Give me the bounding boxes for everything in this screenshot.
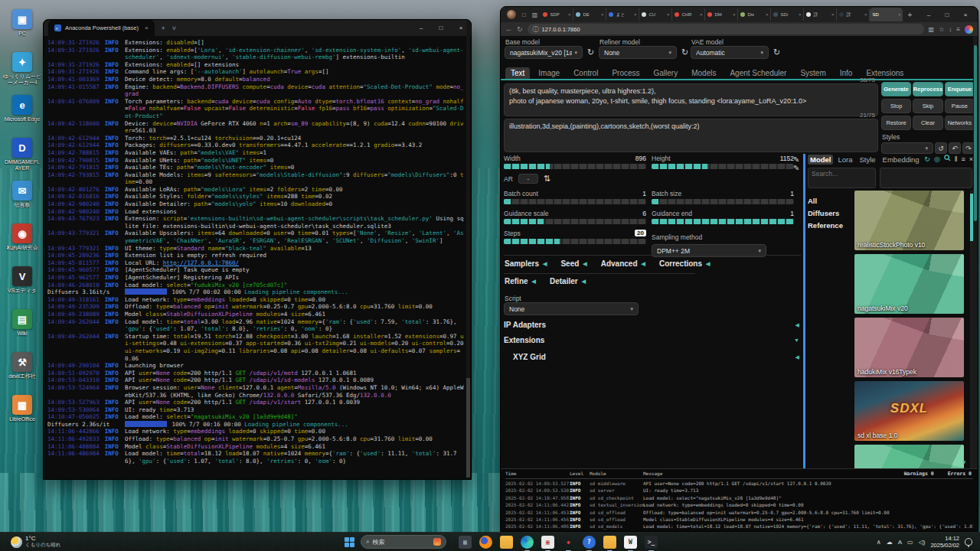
model-select[interactable]: Automatic▾ bbox=[691, 46, 769, 59]
new-tab-button[interactable]: + bbox=[907, 11, 912, 19]
accordion-refine[interactable]: Refine◀ bbox=[505, 277, 536, 285]
terminal-tab-close-icon[interactable]: × bbox=[145, 24, 149, 31]
batch-size-slider[interactable] bbox=[652, 199, 794, 204]
address-bar[interactable]: ⓘ 127.0.0.1:7860 bbox=[528, 24, 924, 34]
terminal-maximize-button[interactable]: □ bbox=[431, 24, 451, 31]
terminal-tab[interactable]: >_ Anaconda Powershell (base) × bbox=[48, 20, 155, 36]
accordion-corrections[interactable]: Corrections◀ bbox=[659, 259, 710, 268]
swap-dimensions-icon[interactable]: ⇅ bbox=[544, 174, 550, 184]
model-card-1[interactable]: realisticStockPhoto v10 bbox=[854, 191, 964, 250]
tab-image[interactable]: Image bbox=[533, 67, 565, 79]
terminal-tab-dropdown-icon[interactable]: ˅ bbox=[172, 24, 176, 32]
styles-apply-button[interactable]: ↶ bbox=[949, 142, 961, 154]
desktop-icon-10[interactable]: ▦LibreOffice bbox=[3, 395, 41, 422]
networks-search-icon[interactable] bbox=[944, 155, 951, 163]
terminal-new-tab-button[interactable]: + bbox=[162, 24, 165, 32]
networks-filter-all[interactable]: All bbox=[808, 195, 852, 207]
workspaces-icon[interactable]: ▥ bbox=[532, 11, 538, 18]
desktop-icon-3[interactable]: eMicrosoft Edge bbox=[3, 95, 41, 122]
terminal-output[interactable]: 14:09:31-271926INFOExtensions: disabled=… bbox=[44, 36, 471, 479]
networks-more-icon[interactable]: ▼ bbox=[961, 459, 967, 466]
section-extensions[interactable]: Extensions▼ bbox=[504, 336, 802, 344]
accordion-samplers[interactable]: Samplers◀ bbox=[505, 259, 547, 268]
browser-tab-2[interactable]: DE× bbox=[573, 8, 606, 21]
page-scrollbar-thumb[interactable] bbox=[974, 45, 977, 221]
tab-close-icon[interactable]: × bbox=[568, 12, 571, 17]
taskbar-photos-app-icon[interactable]: ▦ bbox=[459, 536, 472, 549]
browser-tab-5[interactable]: CHR× bbox=[672, 8, 705, 21]
model-select[interactable]: nagatsukiMix_v20 [1a3d9e9d▾ bbox=[505, 46, 583, 59]
terminal-minimize-button[interactable]: – bbox=[411, 24, 431, 31]
model-card-5[interactable] bbox=[854, 445, 964, 471]
prompt-input[interactable]: (8k, best quality, masterpiece, ultra hi… bbox=[504, 83, 878, 116]
desktop-icon-9[interactable]: ⚒devil工作社 bbox=[3, 352, 41, 380]
browser-minimize-button[interactable]: – bbox=[920, 11, 938, 18]
script-select[interactable]: None ▾ bbox=[504, 302, 639, 315]
tab-text[interactable]: Text bbox=[505, 67, 530, 79]
networks-search-input[interactable]: Search... bbox=[808, 168, 876, 188]
taskbar-clock[interactable]: 14:12 2025/02/02 bbox=[930, 535, 959, 549]
restore-button[interactable]: Restore bbox=[881, 116, 911, 130]
pause-button[interactable]: Pause bbox=[945, 99, 975, 113]
tab-system[interactable]: System bbox=[795, 67, 831, 79]
width-slider[interactable] bbox=[504, 164, 646, 169]
desktop-icon-1[interactable]: ▣PC bbox=[3, 9, 41, 37]
networks-button[interactable]: Networks bbox=[945, 116, 975, 130]
model-refresh-icon[interactable]: ↻ bbox=[587, 47, 594, 57]
model-select[interactable]: None▾ bbox=[599, 46, 677, 59]
networks-filter-reference[interactable]: Reference bbox=[808, 220, 852, 232]
reprocess-button[interactable]: Reprocess bbox=[913, 82, 943, 96]
networks-view-icon[interactable]: ≡ bbox=[961, 155, 965, 163]
terminal-titlebar[interactable]: >_ Anaconda Powershell (base) × + ˅ – □ … bbox=[44, 20, 471, 36]
taskbar-red-diamond-app-icon[interactable]: ◆ bbox=[562, 536, 575, 549]
browser-tab-9[interactable]: 詳× bbox=[804, 8, 837, 21]
browser-close-button[interactable]: × bbox=[956, 11, 975, 18]
notification-bell-icon[interactable] bbox=[965, 538, 972, 546]
browser-tab-4[interactable]: CU× bbox=[639, 8, 672, 21]
styles-select[interactable]: ▾ bbox=[881, 142, 933, 154]
accordion-detailer[interactable]: Detailer◀ bbox=[550, 277, 586, 285]
steps-slider[interactable] bbox=[504, 239, 646, 244]
section-ip-adapters[interactable]: IP Adapters◀ bbox=[504, 321, 802, 329]
network-icon[interactable]: ▭ bbox=[907, 539, 913, 546]
tab-close-icon[interactable]: × bbox=[799, 12, 802, 17]
browser-tab-1[interactable]: SDP× bbox=[541, 8, 573, 21]
taskbar-search[interactable]: ⌕ 検索 bbox=[361, 535, 446, 549]
tab-process[interactable]: Process bbox=[606, 67, 645, 79]
taskbar-edge-icon[interactable] bbox=[521, 536, 534, 549]
aspect-ratio-select[interactable]: - bbox=[518, 174, 538, 184]
browser-profile-avatar[interactable] bbox=[507, 10, 516, 19]
clear-button[interactable]: Clear bbox=[913, 116, 942, 130]
downloads-icon[interactable]: ↓ bbox=[949, 26, 952, 33]
negative-prompt-input[interactable]: illustration,3d,sepia,(painting),cartoon… bbox=[504, 119, 878, 152]
model-refresh-icon[interactable]: ↻ bbox=[773, 47, 780, 57]
desktop-icon-2[interactable]: ✦ゆっくりムービーメーカー4 bbox=[3, 52, 41, 86]
styles-refresh-button[interactable]: ↺ bbox=[935, 142, 947, 154]
networks-sort-icon[interactable]: ‖ bbox=[955, 155, 958, 163]
tab-control[interactable]: Control bbox=[568, 67, 603, 79]
tab-close-icon[interactable]: × bbox=[864, 12, 867, 17]
networks-refresh-icon[interactable]: ↻ bbox=[924, 155, 930, 163]
start-button[interactable] bbox=[345, 537, 354, 547]
favorites-icon[interactable]: ☆ bbox=[939, 26, 944, 33]
networks-tab-model[interactable]: Model bbox=[808, 155, 833, 165]
batch-count-slider[interactable] bbox=[504, 199, 646, 204]
networks-tab-style[interactable]: Style bbox=[857, 155, 877, 165]
model-card-3[interactable]: hadukiMix v16Typek bbox=[854, 318, 964, 377]
tray-overflow-icon[interactable]: ∧ bbox=[877, 539, 881, 546]
taskbar-code-folder-icon[interactable] bbox=[603, 536, 616, 549]
back-icon[interactable]: ← bbox=[505, 25, 512, 33]
tab-models[interactable]: Models bbox=[686, 67, 721, 79]
taskbar-wz-app-icon[interactable]: W bbox=[624, 536, 637, 549]
copilot-icon[interactable] bbox=[965, 25, 973, 34]
ime-mode-icon[interactable]: A bbox=[898, 539, 902, 546]
browser-tab-active[interactable]: SD× bbox=[870, 8, 903, 21]
model-card-4[interactable]: SDXLsd xl base 1.0 bbox=[854, 381, 964, 441]
taskbar-white-app-icon[interactable]: ▣ bbox=[541, 536, 554, 549]
panel-resize-handle[interactable] bbox=[803, 154, 805, 471]
tab-info[interactable]: Info bbox=[835, 67, 858, 79]
browser-tab-3[interactable]: まと× bbox=[606, 8, 639, 21]
tab-actions-icon[interactable]: □ bbox=[522, 11, 526, 18]
networks-filter-diffusers[interactable]: Diffusers bbox=[808, 207, 852, 220]
networks-tab-lora[interactable]: Lora bbox=[835, 155, 854, 165]
